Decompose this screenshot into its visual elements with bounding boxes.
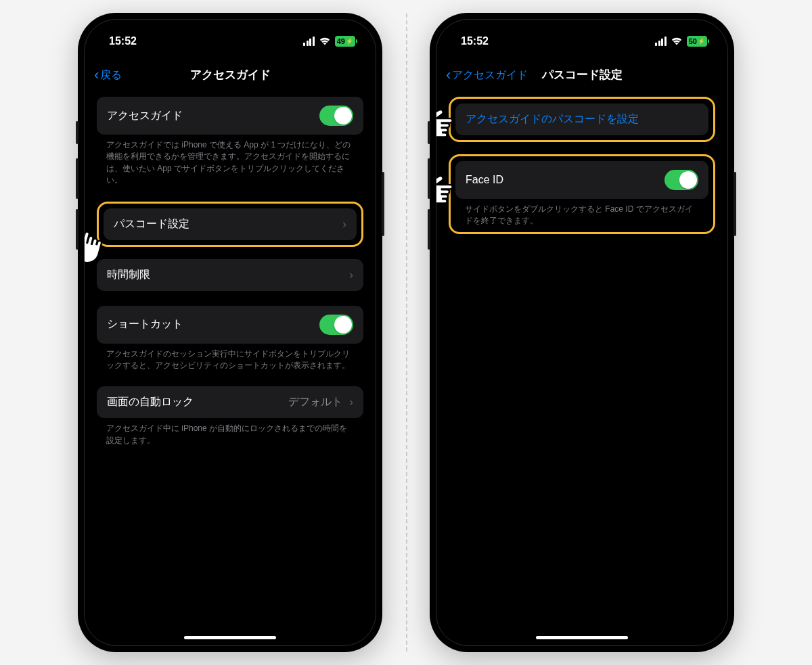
battery-icon: 49⚡ xyxy=(335,36,355,47)
chevron-right-icon: › xyxy=(342,217,346,231)
highlight-passcode: パスコード設定 › xyxy=(97,202,363,247)
pointer-hand-icon xyxy=(436,168,456,208)
status-time: 15:52 xyxy=(461,35,489,47)
pointer-hand-icon xyxy=(436,102,456,141)
phone-left: 15:52 49⚡ ‹ 戻る アクセスガイド アクセスガイド アクセスガイドでは… xyxy=(78,13,382,652)
row-description: アクセスガイドのセッション実行中にサイドボタンをトリプルクリックすると、アクセシ… xyxy=(97,344,363,372)
cellular-icon xyxy=(655,37,667,46)
row-label: 時間制限 xyxy=(107,268,150,282)
phone-side-button xyxy=(76,209,78,250)
back-label: アクセスガイド xyxy=(452,68,528,83)
phone-right: 15:52 50⚡ ‹ アクセスガイド パスコード設定 アクセスガイドのパスコー… xyxy=(430,13,734,652)
page-title: アクセスガイド xyxy=(190,68,271,83)
row-time-limit[interactable]: 時間制限 › xyxy=(97,259,363,291)
cellular-icon xyxy=(303,37,315,46)
chevron-left-icon: ‹ xyxy=(446,68,451,83)
phone-side-button xyxy=(734,172,736,236)
phone-side-button xyxy=(76,158,78,199)
row-description: アクセスガイド中に iPhone が自動的にロックされるまでの時間を設定します。 xyxy=(97,418,363,446)
row-auto-lock[interactable]: 画面の自動ロック デフォルト › xyxy=(97,386,363,418)
nav-bar: ‹ 戻る アクセスガイド xyxy=(85,60,376,90)
home-indicator[interactable] xyxy=(536,636,628,639)
chevron-right-icon: › xyxy=(349,395,353,409)
dynamic-island xyxy=(540,30,625,53)
back-button[interactable]: ‹ 戻る xyxy=(94,68,122,83)
dynamic-island xyxy=(188,30,273,53)
row-label: アクセスガイド xyxy=(107,109,183,123)
row-shortcut[interactable]: ショートカット xyxy=(97,306,363,344)
row-guided-access[interactable]: アクセスガイド xyxy=(97,97,363,135)
row-label: アクセスガイドのパスコードを設定 xyxy=(466,112,639,127)
phone-side-button xyxy=(428,158,430,199)
nav-bar: ‹ アクセスガイド パスコード設定 xyxy=(436,60,727,90)
row-label: Face ID xyxy=(466,174,503,186)
wifi-icon xyxy=(671,37,683,46)
toggle-face-id[interactable] xyxy=(664,170,698,190)
back-button[interactable]: ‹ アクセスガイド xyxy=(446,68,528,83)
row-passcode-settings[interactable]: パスコード設定 › xyxy=(104,208,357,240)
phone-side-button xyxy=(382,172,384,236)
highlight-faceid: Face ID サイドボタンをダブルクリックすると Face ID でアクセスガ… xyxy=(449,154,715,234)
row-description: アクセスガイドでは iPhone で使える App が 1 つだけになり、どの機… xyxy=(97,135,363,187)
row-face-id[interactable]: Face ID xyxy=(455,161,708,199)
row-label: ショートカット xyxy=(107,317,183,331)
vertical-divider xyxy=(406,14,407,651)
row-label: 画面の自動ロック xyxy=(107,395,194,409)
phone-side-button xyxy=(428,121,430,144)
phone-side-button xyxy=(428,209,430,250)
row-set-passcode[interactable]: アクセスガイドのパスコードを設定 xyxy=(455,104,708,135)
highlight-set-passcode: アクセスガイドのパスコードを設定 xyxy=(449,97,715,142)
row-description: サイドボタンをダブルクリックすると Face ID でアクセスガイドを終了できま… xyxy=(455,199,708,227)
phone-side-button xyxy=(76,121,78,144)
toggle-guided-access[interactable] xyxy=(319,106,353,126)
page-title: パスコード設定 xyxy=(542,68,623,83)
status-time: 15:52 xyxy=(109,35,137,47)
row-detail: デフォルト xyxy=(288,395,342,409)
battery-icon: 50⚡ xyxy=(687,36,707,47)
home-indicator[interactable] xyxy=(184,636,276,639)
toggle-shortcut[interactable] xyxy=(319,315,353,335)
back-label: 戻る xyxy=(100,68,122,83)
wifi-icon xyxy=(319,37,331,46)
row-label: パスコード設定 xyxy=(114,217,189,231)
chevron-left-icon: ‹ xyxy=(94,68,99,83)
chevron-right-icon: › xyxy=(349,268,353,282)
